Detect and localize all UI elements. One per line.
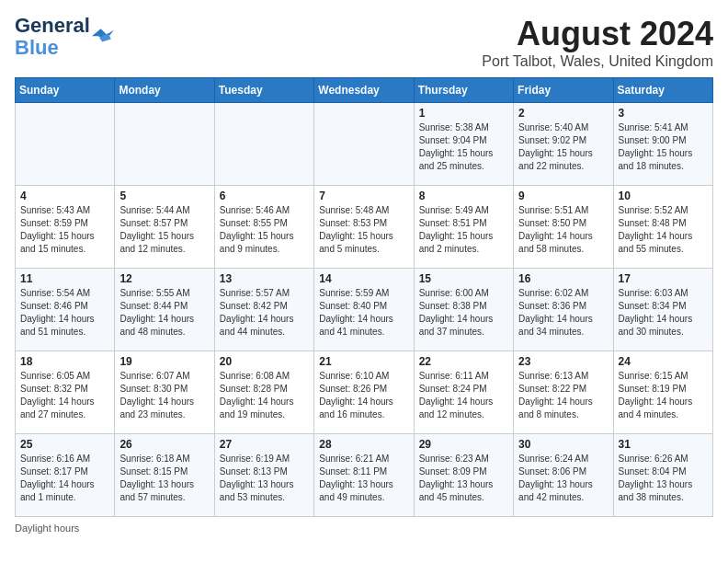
day-number: 12 <box>119 272 209 285</box>
calendar-cell <box>16 103 115 186</box>
calendar-cell: 8Sunrise: 5:49 AM Sunset: 8:51 PM Daylig… <box>414 186 513 269</box>
calendar-cell <box>115 103 214 186</box>
day-info: Sunrise: 6:23 AM Sunset: 8:09 PM Dayligh… <box>419 453 508 504</box>
day-number: 30 <box>518 438 608 451</box>
calendar-cell: 22Sunrise: 6:11 AM Sunset: 8:24 PM Dayli… <box>414 351 513 434</box>
day-info: Sunrise: 6:05 AM Sunset: 8:32 PM Dayligh… <box>20 370 109 421</box>
day-info: Sunrise: 6:13 AM Sunset: 8:22 PM Dayligh… <box>518 370 608 421</box>
day-info: Sunrise: 5:46 AM Sunset: 8:55 PM Dayligh… <box>220 204 309 256</box>
day-info: Sunrise: 5:59 AM Sunset: 8:40 PM Dayligh… <box>319 287 408 339</box>
day-number: 11 <box>20 272 109 285</box>
calendar-cell: 31Sunrise: 6:26 AM Sunset: 8:04 PM Dayli… <box>613 434 712 517</box>
day-number: 31 <box>619 438 708 451</box>
day-info: Sunrise: 6:02 AM Sunset: 8:36 PM Dayligh… <box>518 287 608 339</box>
calendar-cell: 24Sunrise: 6:15 AM Sunset: 8:19 PM Dayli… <box>613 351 712 434</box>
day-number: 28 <box>319 438 408 451</box>
day-info: Sunrise: 6:24 AM Sunset: 8:06 PM Dayligh… <box>518 453 608 504</box>
day-info: Sunrise: 5:41 AM Sunset: 9:00 PM Dayligh… <box>619 121 708 173</box>
calendar-cell: 11Sunrise: 5:54 AM Sunset: 8:46 PM Dayli… <box>16 269 115 351</box>
day-info: Sunrise: 5:48 AM Sunset: 8:53 PM Dayligh… <box>319 204 408 256</box>
day-number: 2 <box>518 107 608 120</box>
day-info: Sunrise: 6:08 AM Sunset: 8:28 PM Dayligh… <box>220 370 309 421</box>
day-info: Sunrise: 6:19 AM Sunset: 8:13 PM Dayligh… <box>220 453 309 504</box>
day-number: 15 <box>419 272 508 285</box>
calendar-cell: 25Sunrise: 6:16 AM Sunset: 8:17 PM Dayli… <box>16 434 115 517</box>
day-number: 16 <box>518 272 608 285</box>
day-number: 8 <box>419 190 508 202</box>
calendar-week-row: 18Sunrise: 6:05 AM Sunset: 8:32 PM Dayli… <box>16 351 713 434</box>
day-info: Sunrise: 5:54 AM Sunset: 8:46 PM Dayligh… <box>20 287 109 339</box>
calendar-header-row: SundayMondayTuesdayWednesdayThursdayFrid… <box>16 78 713 103</box>
day-number: 25 <box>20 438 109 451</box>
day-number: 9 <box>518 190 608 202</box>
day-info: Sunrise: 5:40 AM Sunset: 9:02 PM Dayligh… <box>518 121 608 173</box>
day-info: Sunrise: 5:57 AM Sunset: 8:42 PM Dayligh… <box>220 287 309 339</box>
calendar-cell: 10Sunrise: 5:52 AM Sunset: 8:48 PM Dayli… <box>613 186 712 269</box>
footer-note: Daylight hours <box>15 523 713 534</box>
calendar-cell: 12Sunrise: 5:55 AM Sunset: 8:44 PM Dayli… <box>115 269 214 351</box>
day-info: Sunrise: 6:16 AM Sunset: 8:17 PM Dayligh… <box>20 453 109 504</box>
calendar-header-sunday: Sunday <box>16 78 115 103</box>
day-info: Sunrise: 6:26 AM Sunset: 8:04 PM Dayligh… <box>619 453 708 504</box>
day-number: 3 <box>619 107 708 120</box>
calendar-cell: 6Sunrise: 5:46 AM Sunset: 8:55 PM Daylig… <box>214 186 313 269</box>
calendar-cell: 17Sunrise: 6:03 AM Sunset: 8:34 PM Dayli… <box>613 269 712 351</box>
calendar-cell: 14Sunrise: 5:59 AM Sunset: 8:40 PM Dayli… <box>314 269 414 351</box>
day-number: 27 <box>220 438 309 451</box>
calendar-header-thursday: Thursday <box>414 78 513 103</box>
day-number: 14 <box>319 272 408 285</box>
calendar-cell: 23Sunrise: 6:13 AM Sunset: 8:22 PM Dayli… <box>514 351 613 434</box>
day-number: 1 <box>419 107 508 120</box>
day-number: 6 <box>220 190 309 202</box>
calendar-cell: 5Sunrise: 5:44 AM Sunset: 8:57 PM Daylig… <box>115 186 214 269</box>
day-number: 17 <box>619 272 708 285</box>
subtitle: Port Talbot, Wales, United Kingdom <box>482 53 713 70</box>
day-info: Sunrise: 6:07 AM Sunset: 8:30 PM Dayligh… <box>119 370 209 421</box>
title-block: August 2024 Port Talbot, Wales, United K… <box>482 15 713 70</box>
day-info: Sunrise: 5:44 AM Sunset: 8:57 PM Dayligh… <box>119 204 209 256</box>
day-info: Sunrise: 6:10 AM Sunset: 8:26 PM Dayligh… <box>319 370 408 421</box>
calendar-table: SundayMondayTuesdayWednesdayThursdayFrid… <box>15 77 713 517</box>
day-info: Sunrise: 5:43 AM Sunset: 8:59 PM Dayligh… <box>20 204 109 256</box>
calendar-header-tuesday: Tuesday <box>214 78 313 103</box>
calendar-header-friday: Friday <box>514 78 613 103</box>
day-info: Sunrise: 5:38 AM Sunset: 9:04 PM Dayligh… <box>419 121 508 173</box>
calendar-week-row: 11Sunrise: 5:54 AM Sunset: 8:46 PM Dayli… <box>16 269 713 351</box>
day-number: 29 <box>419 438 508 451</box>
day-number: 13 <box>220 272 309 285</box>
day-info: Sunrise: 5:55 AM Sunset: 8:44 PM Dayligh… <box>119 287 209 339</box>
calendar-cell: 28Sunrise: 6:21 AM Sunset: 8:11 PM Dayli… <box>314 434 414 517</box>
logo-text: GeneralBlue <box>15 15 90 59</box>
day-number: 18 <box>20 355 109 368</box>
calendar-header-wednesday: Wednesday <box>314 78 414 103</box>
logo-bird-icon <box>92 29 114 45</box>
logo: GeneralBlue <box>15 15 114 59</box>
day-number: 23 <box>518 355 608 368</box>
calendar-cell: 15Sunrise: 6:00 AM Sunset: 8:38 PM Dayli… <box>414 269 513 351</box>
day-number: 22 <box>419 355 508 368</box>
calendar-cell <box>214 103 313 186</box>
calendar-cell: 4Sunrise: 5:43 AM Sunset: 8:59 PM Daylig… <box>16 186 115 269</box>
day-number: 24 <box>619 355 708 368</box>
day-info: Sunrise: 6:21 AM Sunset: 8:11 PM Dayligh… <box>319 453 408 504</box>
day-number: 19 <box>119 355 209 368</box>
day-info: Sunrise: 6:15 AM Sunset: 8:19 PM Dayligh… <box>619 370 708 421</box>
calendar-week-row: 4Sunrise: 5:43 AM Sunset: 8:59 PM Daylig… <box>16 186 713 269</box>
calendar-cell: 29Sunrise: 6:23 AM Sunset: 8:09 PM Dayli… <box>414 434 513 517</box>
day-info: Sunrise: 6:18 AM Sunset: 8:15 PM Dayligh… <box>119 453 209 504</box>
calendar-body: 1Sunrise: 5:38 AM Sunset: 9:04 PM Daylig… <box>16 103 713 517</box>
day-info: Sunrise: 6:11 AM Sunset: 8:24 PM Dayligh… <box>419 370 508 421</box>
calendar-cell: 1Sunrise: 5:38 AM Sunset: 9:04 PM Daylig… <box>414 103 513 186</box>
day-number: 20 <box>220 355 309 368</box>
day-number: 21 <box>319 355 408 368</box>
calendar-header-monday: Monday <box>115 78 214 103</box>
day-number: 10 <box>619 190 708 202</box>
day-info: Sunrise: 5:49 AM Sunset: 8:51 PM Dayligh… <box>419 204 508 256</box>
calendar-cell: 26Sunrise: 6:18 AM Sunset: 8:15 PM Dayli… <box>115 434 214 517</box>
day-number: 7 <box>319 190 408 202</box>
calendar-cell: 20Sunrise: 6:08 AM Sunset: 8:28 PM Dayli… <box>214 351 313 434</box>
day-number: 26 <box>119 438 209 451</box>
calendar-cell: 13Sunrise: 5:57 AM Sunset: 8:42 PM Dayli… <box>214 269 313 351</box>
calendar-cell: 19Sunrise: 6:07 AM Sunset: 8:30 PM Dayli… <box>115 351 214 434</box>
calendar-week-row: 1Sunrise: 5:38 AM Sunset: 9:04 PM Daylig… <box>16 103 713 186</box>
